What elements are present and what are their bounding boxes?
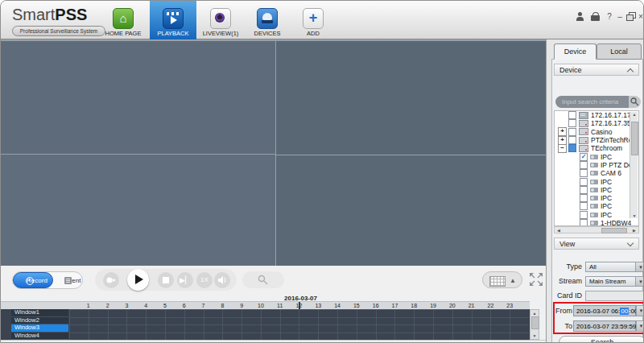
- tree-vertical-scrollbar[interactable]: ▲ ▼: [630, 112, 638, 218]
- view-section-label: View: [559, 240, 575, 248]
- stop-button[interactable]: [158, 272, 174, 288]
- sync-play-button[interactable]: [103, 272, 119, 288]
- next-frame-button[interactable]: ▶▏: [177, 272, 193, 288]
- tree-item[interactable]: IPC: [555, 194, 638, 202]
- maximize-button[interactable]: [626, 12, 635, 22]
- tree-item[interactable]: ✓IPC: [555, 152, 638, 160]
- tree-item[interactable]: +PTZinTechRo: [555, 136, 638, 144]
- tree-checkbox[interactable]: [580, 202, 588, 210]
- timeline-hour-ruler[interactable]: 1234567891011121314151617181920212223: [1, 301, 530, 309]
- tree-item[interactable]: IPC: [555, 177, 638, 185]
- hour-tick: 2: [106, 303, 109, 308]
- scroll-thumb[interactable]: [531, 316, 539, 329]
- tab-playback[interactable]: PLAYBACK: [150, 1, 196, 39]
- tree-checkbox[interactable]: [568, 136, 576, 144]
- hour-tick: 11: [277, 303, 283, 308]
- smart-search-button[interactable]: [242, 271, 284, 288]
- video-pane-1[interactable]: [1, 41, 275, 154]
- scroll-up-icon[interactable]: ▲: [530, 311, 539, 316]
- tree-item[interactable]: IPC: [555, 211, 638, 219]
- tree-checkbox[interactable]: [568, 128, 576, 136]
- tab-add[interactable]: + ADD: [295, 1, 331, 39]
- tree-horizontal-scrollbar[interactable]: ◀ ▶: [554, 226, 639, 233]
- tree-expander[interactable]: −: [558, 144, 567, 153]
- sidebar-tab-device[interactable]: Device: [554, 43, 597, 60]
- tree-checkbox[interactable]: [580, 194, 588, 202]
- search-records-button[interactable]: Search: [559, 336, 644, 343]
- timeline-tracks[interactable]: Window1Window2Window3Window4: [1, 309, 530, 340]
- video-pane-2[interactable]: [276, 41, 546, 155]
- tree-checkbox[interactable]: [568, 144, 576, 152]
- tree-checkbox[interactable]: [568, 111, 576, 119]
- tree-checkbox[interactable]: [580, 178, 588, 186]
- type-label: Type: [558, 262, 582, 272]
- speaker-icon: [214, 272, 230, 288]
- scroll-thumb[interactable]: [631, 122, 638, 155]
- video-pane-3[interactable]: [1, 155, 275, 266]
- video-pane-4[interactable]: [276, 155, 546, 266]
- tree-checkbox[interactable]: [580, 186, 588, 194]
- minimize-button[interactable]: –: [616, 12, 624, 22]
- tab-label: DEVICES: [247, 30, 287, 37]
- tree-item[interactable]: IPC: [555, 186, 638, 194]
- app-logo: SmartPSS Professional Surveillance Syste…: [12, 6, 109, 38]
- scroll-thumb[interactable]: [601, 228, 627, 233]
- camera-icon: [590, 213, 598, 217]
- tab-home-page[interactable]: ⌂ HOME PAGE: [102, 1, 144, 39]
- user-icon[interactable]: [576, 12, 584, 22]
- tree-checkbox[interactable]: [580, 161, 588, 169]
- play-button[interactable]: [127, 269, 149, 291]
- card-id-input[interactable]: [585, 291, 644, 301]
- dvr-icon: [579, 145, 588, 152]
- tree-item[interactable]: IP PTZ Do: [555, 161, 638, 169]
- search-input[interactable]: Input search criteria: [555, 96, 632, 108]
- chevron-down-icon[interactable]: ▼: [635, 277, 644, 286]
- brand-name: SmartPSS: [12, 6, 109, 24]
- tree-checkbox[interactable]: ✓: [580, 153, 588, 161]
- window-label[interactable]: Window4: [11, 333, 68, 341]
- speed-button[interactable]: 1X: [196, 272, 213, 288]
- close-button[interactable]: ×: [637, 12, 644, 22]
- tree-item[interactable]: −TEchroom: [555, 144, 638, 152]
- scroll-down-icon[interactable]: ▼: [630, 213, 638, 218]
- tree-checkbox[interactable]: [580, 169, 588, 177]
- tree-checkbox[interactable]: [580, 219, 588, 226]
- device-tree: 172.16.17.17172.16.17.35+Casino+PTZinTec…: [554, 110, 639, 226]
- record-event-switch: Record Event: [12, 271, 83, 289]
- chevron-down-icon[interactable]: ▼: [635, 262, 644, 271]
- camera-icon: [590, 188, 598, 192]
- layout-select-button[interactable]: ▲: [482, 271, 522, 288]
- tree-checkbox[interactable]: [568, 119, 576, 127]
- scroll-up-icon[interactable]: ▲: [630, 112, 638, 117]
- scroll-right-icon[interactable]: ▶: [630, 228, 638, 233]
- view-section-header[interactable]: View: [554, 238, 639, 250]
- sidebar-tab-local[interactable]: Local: [597, 43, 642, 60]
- audio-button[interactable]: [214, 272, 230, 288]
- caret-up-icon: ▲: [510, 277, 516, 284]
- camera-icon: [590, 163, 598, 167]
- tree-item[interactable]: CAM 6: [555, 169, 638, 177]
- lock-icon[interactable]: [591, 12, 600, 22]
- search-button[interactable]: [629, 96, 641, 108]
- hour-tick: 3: [125, 303, 128, 308]
- record-tab[interactable]: Record: [13, 272, 53, 288]
- tree-item[interactable]: 1-HDBW4: [555, 219, 638, 226]
- tree-checkbox[interactable]: [580, 211, 588, 219]
- stream-dropdown[interactable]: Main Stream ▼: [585, 276, 644, 287]
- timeline-scrollbar[interactable]: ▲ ▼: [530, 309, 539, 340]
- event-tab[interactable]: Event: [55, 274, 82, 287]
- tree-item[interactable]: +Casino: [555, 128, 638, 136]
- tree-item[interactable]: 172.16.17.35: [555, 119, 638, 127]
- tree-item[interactable]: IPC: [555, 202, 638, 210]
- scroll-down-icon[interactable]: ▼: [530, 333, 539, 338]
- help-button[interactable]: ?: [605, 12, 613, 22]
- tree-item[interactable]: 172.16.17.17: [555, 111, 638, 119]
- scroll-left-icon[interactable]: ◀: [555, 228, 563, 233]
- tab-devices[interactable]: DEVICES: [247, 1, 287, 39]
- search-icon: [630, 97, 640, 107]
- type-dropdown[interactable]: All ▼: [585, 262, 644, 272]
- fullscreen-button[interactable]: [529, 272, 543, 290]
- tab-liveview[interactable]: LIVEVIEW(1): [199, 1, 242, 39]
- device-section-header[interactable]: Device: [554, 64, 639, 76]
- hour-tick: 10: [258, 303, 264, 308]
